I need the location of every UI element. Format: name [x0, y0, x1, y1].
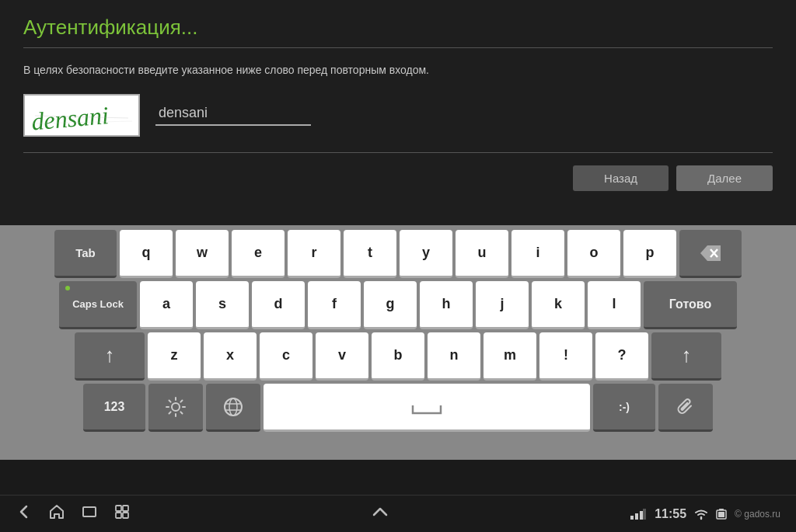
key-v[interactable]: v: [316, 332, 368, 381]
key-settings[interactable]: [148, 384, 203, 432]
content-area: Аутентификация... В целях безопасности в…: [0, 0, 796, 225]
key-c[interactable]: c: [260, 332, 312, 381]
key-shift-left[interactable]: ↑: [75, 332, 145, 381]
keyboard-row-3: ↑ z x c v b n m ! ? ↑: [3, 332, 793, 381]
key-r[interactable]: r: [288, 230, 340, 278]
key-tab[interactable]: Tab: [54, 230, 117, 278]
nav-recent-icon[interactable]: [81, 503, 98, 524]
captcha-row: densani: [23, 94, 773, 137]
keyboard-row-1: Tab q w e r t y u i o p: [3, 230, 793, 278]
key-attach[interactable]: [658, 384, 713, 432]
battery-icon: [716, 508, 727, 520]
key-g[interactable]: g: [364, 281, 417, 329]
svg-rect-18: [635, 513, 638, 520]
key-a[interactable]: a: [140, 281, 193, 329]
svg-rect-13: [116, 506, 121, 511]
key-n[interactable]: n: [428, 332, 480, 381]
key-p[interactable]: p: [623, 230, 676, 278]
key-z[interactable]: z: [148, 332, 201, 381]
key-h[interactable]: h: [420, 281, 473, 329]
keyboard-row-2: Caps Lock a s d f g h j k l Готово: [3, 281, 793, 329]
keyboard-row-4: 123 :-): [3, 384, 793, 432]
svg-point-8: [225, 398, 242, 416]
key-question[interactable]: ?: [595, 332, 648, 381]
svg-rect-17: [630, 516, 634, 520]
key-j[interactable]: j: [476, 281, 529, 329]
key-excl[interactable]: !: [539, 332, 592, 381]
key-f[interactable]: f: [308, 281, 361, 329]
key-b[interactable]: b: [372, 332, 424, 381]
key-globe[interactable]: [206, 384, 260, 432]
key-space[interactable]: [264, 384, 590, 432]
page-title: Аутентификация...: [23, 16, 773, 40]
key-enter[interactable]: Готово: [644, 281, 737, 329]
key-e[interactable]: e: [232, 230, 285, 278]
nav-center-up[interactable]: [372, 506, 389, 522]
captcha-image: densani: [23, 94, 140, 137]
svg-rect-15: [116, 513, 121, 518]
key-caps-lock[interactable]: Caps Lock: [59, 281, 137, 329]
key-y[interactable]: y: [400, 230, 452, 278]
nav-expand-icon[interactable]: [113, 503, 131, 524]
divider-top: [23, 47, 773, 48]
nav-back-icon[interactable]: [16, 503, 33, 524]
captcha-input[interactable]: [155, 105, 311, 126]
key-l[interactable]: l: [588, 281, 641, 329]
key-o[interactable]: o: [567, 230, 620, 278]
key-m[interactable]: m: [484, 332, 536, 381]
svg-rect-19: [640, 511, 643, 520]
watermark: © gados.ru: [735, 509, 780, 520]
key-d[interactable]: d: [252, 281, 305, 329]
key-smiley[interactable]: :-): [593, 384, 655, 432]
key-i[interactable]: i: [511, 230, 564, 278]
nav-right: 11:55 © gados.ru: [630, 507, 780, 521]
svg-point-7: [172, 403, 180, 411]
key-t[interactable]: t: [344, 230, 396, 278]
caps-dot: [65, 286, 70, 290]
key-w[interactable]: w: [176, 230, 229, 278]
key-q[interactable]: q: [120, 230, 173, 278]
key-k[interactable]: k: [532, 281, 585, 329]
key-123[interactable]: 123: [83, 384, 145, 432]
key-backspace[interactable]: [679, 230, 742, 278]
divider-bottom: [23, 152, 773, 153]
svg-rect-20: [643, 509, 646, 520]
svg-marker-4: [700, 245, 721, 261]
button-row: Назад Далее: [23, 165, 773, 191]
nav-bar: 11:55 © gados.ru: [0, 495, 796, 532]
svg-rect-16: [123, 513, 128, 518]
back-button[interactable]: Назад: [573, 165, 669, 191]
key-s[interactable]: s: [196, 281, 249, 329]
key-shift-right[interactable]: ↑: [651, 332, 721, 381]
nav-home-icon[interactable]: [48, 503, 65, 524]
key-u[interactable]: u: [456, 230, 508, 278]
signal-icon: [630, 508, 647, 520]
next-button[interactable]: Далее: [676, 165, 773, 191]
description-text: В целях безопасности введите указанное н…: [23, 62, 490, 78]
svg-rect-23: [719, 509, 724, 510]
svg-rect-12: [83, 507, 96, 516]
caps-lock-label: Caps Lock: [72, 298, 124, 311]
keyboard-area: Tab q w e r t y u i o p Caps Lock a s d …: [0, 225, 796, 460]
svg-rect-22: [718, 512, 724, 517]
key-x[interactable]: x: [204, 332, 257, 381]
wifi-icon: [694, 508, 708, 520]
nav-left: [16, 503, 131, 524]
svg-rect-14: [123, 506, 128, 511]
time-display: 11:55: [655, 507, 686, 521]
svg-point-9: [229, 398, 237, 416]
